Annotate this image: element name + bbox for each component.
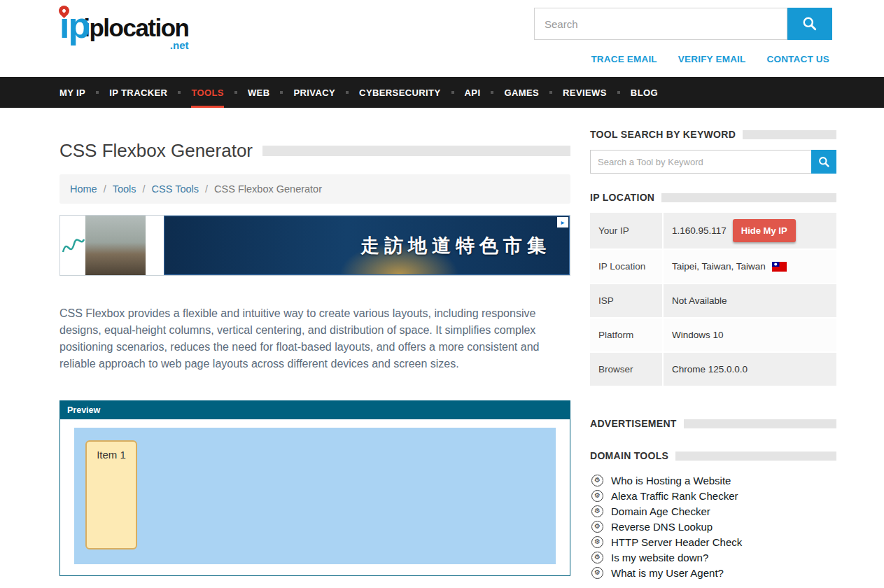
tool-search-input[interactable] — [590, 150, 811, 174]
logo-ip-mark: ip — [59, 8, 89, 43]
table-row: Platform Windows 10 — [590, 318, 836, 353]
nav-item-my-ip[interactable]: MY IP — [59, 77, 85, 108]
taiwan-flag-icon — [772, 262, 787, 272]
list-item: ⚙ What is my User Agent? — [590, 565, 836, 580]
advertisement-heading: ADVERTISEMENT — [590, 418, 836, 429]
domain-tool-link-alexa[interactable]: Alexa Traffic Rank Checker — [611, 490, 738, 502]
table-row: IP Location Taipei, Taiwan, Taiwan — [590, 250, 836, 284]
nav-separator-dot — [234, 91, 237, 94]
breadcrumb-home[interactable]: Home — [70, 183, 97, 195]
gear-icon: ⚙ — [591, 552, 603, 564]
search-input[interactable] — [534, 8, 787, 40]
nav-separator-dot — [491, 91, 493, 94]
nav-separator-dot — [346, 91, 349, 94]
tool-description: CSS Flexbox provides a flexible and intu… — [59, 305, 558, 372]
preview-panel-title: Preview — [60, 401, 570, 419]
nav-separator-dot — [96, 91, 99, 94]
ip-location-value: Taipei, Taiwan, Taiwan — [672, 261, 766, 272]
nav-item-games[interactable]: GAMES — [504, 77, 539, 108]
list-item: ⚙ HTTP Server Header Check — [590, 534, 836, 550]
table-row: Browser Chrome 125.0.0.0 — [590, 353, 836, 387]
breadcrumb: Home / Tools / CSS Tools / CSS Flexbox G… — [59, 174, 570, 204]
list-item: ⚙ Alexa Traffic Rank Checker — [590, 488, 836, 503]
heading-decorative-bar — [675, 451, 836, 461]
search-icon — [802, 16, 818, 31]
nav-item-tools[interactable]: TOOLS — [191, 77, 224, 108]
domain-tool-link-hosting[interactable]: Who is Hosting a Website — [611, 475, 731, 486]
hide-my-ip-button[interactable]: Hide My IP — [733, 219, 796, 242]
domain-tools-heading: DOMAIN TOOLS — [590, 450, 836, 461]
sidebar: TOOL SEARCH BY KEYWORD IP LOCATION Your … — [590, 108, 836, 580]
ad-text: 走訪地道特色市集 — [360, 233, 569, 258]
domain-tool-link-domain-age[interactable]: Domain Age Checker — [611, 505, 710, 517]
title-decorative-bar — [262, 146, 570, 156]
site-search — [534, 8, 832, 40]
breadcrumb-tools[interactable]: Tools — [113, 183, 136, 195]
list-item: ⚙ Is my website down? — [590, 550, 836, 565]
nav-separator-dot — [280, 91, 283, 94]
nav-item-web[interactable]: WEB — [248, 77, 270, 108]
preview-panel: Preview Item 1 — [59, 400, 570, 576]
domain-tool-link-website-down[interactable]: Is my website down? — [611, 552, 708, 564]
nav-item-ip-tracker[interactable]: IP TRACKER — [109, 77, 167, 108]
trace-email-link[interactable]: TRACE EMAIL — [591, 54, 657, 64]
nav-separator-dot — [617, 91, 620, 94]
gear-icon: ⚙ — [591, 521, 603, 533]
search-button[interactable] — [787, 8, 832, 40]
table-row: ISP Not Available — [590, 284, 836, 318]
ad-photo-thumb — [85, 216, 146, 275]
heading-decorative-bar — [743, 130, 836, 139]
list-item: ⚙ Reverse DNS Lookup — [590, 519, 836, 534]
tool-search-button[interactable] — [811, 150, 836, 174]
gear-icon: ⚙ — [591, 536, 603, 548]
heading-decorative-bar — [661, 193, 836, 202]
domain-tools-list: ⚙ Who is Hosting a Website ⚙ Alexa Traff… — [590, 472, 836, 580]
search-icon — [818, 156, 830, 168]
logo-name: iplocation — [83, 15, 188, 40]
site-logo[interactable]: ip iplocation .net — [59, 8, 189, 51]
nav-item-reviews[interactable]: REVIEWS — [563, 77, 607, 108]
breadcrumb-current: CSS Flexbox Generator — [214, 183, 322, 195]
domain-tool-link-reverse-dns[interactable]: Reverse DNS Lookup — [611, 521, 713, 533]
site-header: ip iplocation .net TRACE EMAIL VERIFY EM… — [0, 0, 884, 77]
list-item: ⚙ Who is Hosting a Website — [590, 472, 836, 488]
nav-separator-dot — [178, 91, 181, 94]
ip-location-heading: IP LOCATION — [590, 192, 836, 203]
table-row: Your IP 1.160.95.117 Hide My IP — [590, 213, 836, 250]
verify-email-link[interactable]: VERIFY EMAIL — [678, 54, 746, 64]
breadcrumb-css-tools[interactable]: CSS Tools — [152, 183, 199, 195]
nav-item-privacy[interactable]: PRIVACY — [293, 77, 335, 108]
domain-tool-link-user-agent[interactable]: What is my User Agent? — [611, 567, 724, 579]
ad-banner[interactable]: 走訪地道特色市集 ▸ — [59, 215, 570, 276]
flexbox-preview-container: Item 1 — [74, 428, 556, 564]
nav-item-cybersecurity[interactable]: CYBERSECURITY — [359, 77, 440, 108]
page-title: CSS Flexbox Generator — [59, 140, 253, 162]
domain-tool-link-http-header[interactable]: HTTP Server Header Check — [611, 536, 742, 548]
main-content: CSS Flexbox Generator Home / Tools / CSS… — [59, 108, 570, 580]
browser-value: Chrome 125.0.0.0 — [672, 364, 748, 374]
logo-tld: .net — [170, 39, 189, 51]
list-item: ⚙ Domain Age Checker — [590, 503, 836, 519]
ip-location-table: Your IP 1.160.95.117 Hide My IP IP Locat… — [590, 213, 836, 387]
ad-creative: 走訪地道特色市集 ▸ — [164, 216, 570, 275]
heading-decorative-bar — [684, 419, 836, 428]
gear-icon: ⚙ — [591, 490, 603, 502]
flex-item-1[interactable]: Item 1 — [85, 440, 137, 550]
gear-icon: ⚙ — [591, 505, 603, 517]
gear-icon: ⚙ — [591, 567, 603, 579]
gear-icon: ⚙ — [591, 475, 603, 486]
platform-value: Windows 10 — [672, 330, 724, 340]
isp-value: Not Available — [672, 295, 727, 306]
nav-item-blog[interactable]: BLOG — [631, 77, 658, 108]
ad-chart-graphic — [60, 216, 85, 275]
tool-search-heading: TOOL SEARCH BY KEYWORD — [590, 129, 836, 140]
nav-separator-dot — [549, 91, 552, 94]
nav-separator-dot — [451, 91, 454, 94]
header-links: TRACE EMAIL VERIFY EMAIL CONTACT US — [591, 54, 829, 64]
tool-search — [590, 150, 836, 174]
contact-us-link[interactable]: CONTACT US — [767, 54, 830, 64]
adchoices-icon[interactable]: ▸ — [557, 217, 568, 227]
your-ip-value: 1.160.95.117 — [672, 225, 727, 236]
main-nav: MY IP IP TRACKER TOOLS WEB PRIVACY CYBER… — [0, 77, 884, 108]
nav-item-api[interactable]: API — [465, 77, 481, 108]
